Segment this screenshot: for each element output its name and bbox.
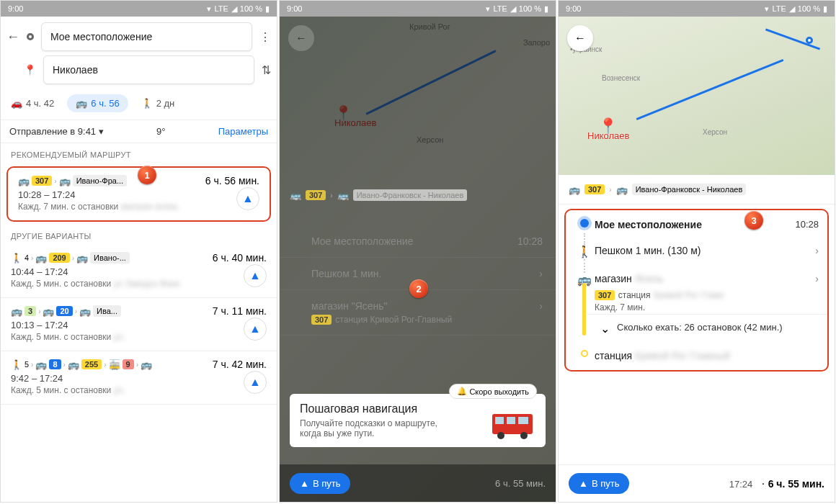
screen-1-routes-list: 9:00 ▾ LTE ◢ 100 % ▮ ← Мое местоположени…: [0, 0, 277, 503]
map-view[interactable]: 📍 Николаев Херсон Вознесенск •украинск: [559, 17, 835, 175]
stop-dot-icon: [581, 350, 588, 357]
menu-dots-icon[interactable]: ⋮: [259, 30, 271, 44]
start-nav-button[interactable]: ▲: [244, 318, 267, 341]
alt-route-2[interactable]: 🚌3 ›🚌20 ›🚌Ива... 7 ч. 11 мин. 10:13 – 17…: [1, 298, 277, 351]
signal-icon: ◢: [231, 4, 237, 14]
mode-car[interactable]: 🚗4 ч. 42: [11, 98, 54, 109]
line-badge-307: 307: [32, 176, 52, 186]
back-button[interactable]: ←: [6, 30, 19, 45]
temperature: 9°: [156, 126, 165, 137]
mode-transit[interactable]: 🚌6 ч. 56: [67, 94, 128, 112]
route-shield: Ивано-Фра...: [73, 175, 127, 186]
walk-icon: 🚶: [11, 253, 22, 264]
svg-point-5: [520, 432, 528, 439]
from-input[interactable]: Мое местоположение: [41, 22, 252, 51]
screen-2-nav-tooltip: 9:00 ▾LTE◢100 %▮ Кривой Рог Запоро Никол…: [279, 0, 556, 503]
route-summary-row: 🚌307 ›🚌 Ивано-Франковск - Николаев: [280, 189, 556, 201]
bus-illustration-icon: [488, 405, 538, 441]
soon-leave-pill: 🔔Скоро выходить: [449, 384, 537, 399]
arrival-time: 17:24: [729, 479, 753, 490]
annotation-marker-1: 1: [138, 166, 156, 184]
to-input[interactable]: Николаев: [43, 55, 254, 84]
bus-icon: 🚌: [43, 306, 54, 317]
map-city-label: Николаев: [587, 130, 629, 141]
start-route-button[interactable]: ▲В путь: [569, 473, 629, 494]
depart-time-button[interactable]: Отправление в 9:41 ▾: [9, 126, 104, 137]
bus-icon: 🚌: [35, 253, 47, 264]
step-board-bus[interactable]: 🚌 магазин Ясень 307 станция Кривой Рог Г…: [566, 266, 827, 314]
swap-button[interactable]: ⇅: [262, 63, 271, 77]
wifi-icon: ▾: [207, 4, 211, 14]
back-button[interactable]: ←: [288, 25, 314, 51]
step-origin[interactable]: Мое местоположение 10:28: [566, 212, 827, 238]
lte-label: LTE: [214, 4, 228, 13]
status-time: 9:00: [8, 4, 23, 13]
destination-pin-icon: 📍: [24, 64, 36, 76]
other-header: ДРУГИЕ ВАРИАНТЫ: [1, 225, 277, 245]
step-ride-expandable[interactable]: ⌄ Сколько ехать: 26 остановок (42 мин.): [587, 314, 827, 343]
battery-icon: ▮: [265, 4, 270, 14]
route-duration: 6 ч. 40 мин.: [213, 252, 267, 264]
route-duration: 6 ч. 56 мин.: [205, 175, 259, 186]
step-origin: Мое местоположение10:28: [280, 225, 556, 258]
origin-dot-icon: [27, 33, 34, 40]
nav-tooltip[interactable]: 🔔Скоро выходить Пошаговая навигация Полу…: [290, 394, 546, 447]
step-walk[interactable]: 🚶 Пешком 1 мин. (130 м) ›: [566, 238, 827, 266]
bus-icon: 🚌: [616, 184, 628, 195]
line-badge-209: 209: [49, 253, 69, 263]
alt-route-1[interactable]: 🚶4 ›🚌 209 ›🚌 Ивано-... 6 ч. 40 мин. 10:4…: [1, 245, 277, 298]
nav-arrow-icon: ▲: [300, 478, 309, 489]
chevron-right-icon: ›: [815, 245, 819, 256]
params-link[interactable]: Параметры: [218, 126, 268, 137]
route-times: 10:28 – 17:24: [18, 189, 259, 200]
chevron-right-icon: ›: [815, 273, 819, 284]
status-bar: 9:00 ▾LTE◢100 %▮: [280, 1, 556, 17]
total-duration: 6 ч. 55 мин.: [495, 478, 546, 489]
mode-walk[interactable]: 🚶2 дн: [141, 98, 175, 109]
svg-rect-3: [518, 417, 528, 424]
bus-icon: 🚌: [11, 306, 22, 317]
svg-rect-1: [495, 417, 504, 424]
start-nav-button[interactable]: ▲: [244, 371, 267, 394]
bus-icon: 🚌: [569, 184, 580, 195]
chevron-right-icon: ›: [54, 177, 56, 185]
origin-dot-icon: [580, 219, 589, 228]
start-nav-button[interactable]: ▲: [244, 264, 267, 287]
route-frequency: Кажд. 7 мин. с остановки магазин ясень: [18, 202, 259, 212]
step-arrive-station[interactable]: станция Кривой Рог Главный: [566, 343, 827, 369]
bus-icon: 🚌: [18, 176, 30, 186]
battery-label: 100 %: [240, 4, 262, 13]
svg-rect-2: [507, 417, 515, 424]
car-icon: 🚗: [11, 98, 22, 109]
bell-icon: 🔔: [457, 387, 467, 396]
recommended-header: РЕКОМЕНДУЕМЫЙ МАРШРУТ: [1, 143, 277, 163]
start-nav-button[interactable]: ▲: [236, 187, 259, 210]
chevron-down-icon: ⌄: [600, 322, 610, 336]
walk-icon: 🚶: [141, 98, 153, 109]
status-bar: 9:00 ▾LTE◢100 %▮: [559, 1, 835, 17]
screen-3-route-details: 9:00 ▾LTE◢100 %▮ 📍 Николаев Херсон Возне…: [558, 0, 835, 503]
route-summary-row: 🚌307 ›🚌 Ивано-Франковск - Николаев: [559, 175, 835, 204]
start-route-button[interactable]: ▲В путь: [290, 473, 350, 494]
svg-point-4: [497, 432, 504, 439]
status-bar: 9:00 ▾ LTE ◢ 100 % ▮: [1, 1, 277, 17]
nav-arrow-icon: ▲: [579, 478, 588, 489]
annotation-marker-2: 2: [409, 279, 428, 298]
annotation-marker-3: 3: [744, 211, 763, 230]
bus-icon: 🚌: [76, 253, 88, 264]
walk-icon: 🚶: [577, 245, 592, 258]
bus-icon: 🚌: [79, 306, 91, 317]
total-duration: 6 ч. 55 мин.: [768, 478, 824, 490]
tooltip-subtitle: Получайте подсказки о маршруте, когда вы…: [300, 418, 444, 438]
walk-icon: 🚶: [11, 359, 22, 370]
route-steps-detail: Мое местоположение 10:28 🚶 Пешком 1 мин.…: [564, 209, 829, 372]
back-button[interactable]: ←: [567, 25, 593, 51]
bus-icon: 🚌: [76, 98, 87, 109]
bus-icon: 🚌: [59, 176, 71, 186]
alt-route-3[interactable]: 🚶5 ›🚌8 ›🚌255 ›🚋9 ›🚌 7 ч. 42 мин. 9:42 – …: [1, 351, 277, 405]
